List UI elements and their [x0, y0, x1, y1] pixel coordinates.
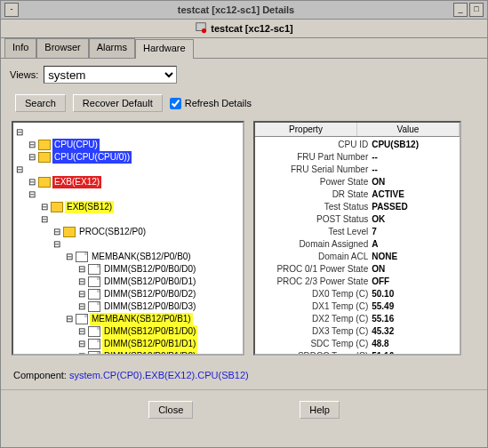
property-key: PROC 2/3 Power State — [259, 276, 372, 288]
recover-default-button[interactable]: Recover Default — [73, 94, 163, 112]
tree-label[interactable]: MEMBANK(SB12/P0/B1) — [90, 313, 193, 325]
toggle-icon[interactable]: ⊟ — [77, 288, 86, 300]
property-row: Domain AssignedA — [259, 238, 456, 251]
property-row: SDDCC Temp (C)51.16 — [259, 350, 456, 356]
tree-node[interactable]: ⊟DIMM(SB12/P0/B0/D3) — [15, 300, 241, 313]
tree-node[interactable]: ⊟MEMBANK(SB12/P0/B0) — [15, 251, 241, 263]
tree-label[interactable]: DIMM(SB12/P0/B1/D0) — [102, 325, 197, 338]
help-button[interactable]: Help — [300, 401, 340, 419]
tab-browser[interactable]: Browser — [36, 38, 88, 58]
property-row: FRU Part Number-- — [259, 151, 456, 164]
property-value: ON — [372, 263, 456, 276]
tab-alarms[interactable]: Alarms — [89, 38, 135, 58]
tree-label[interactable]: DIMM(SB12/P0/B0/D2) — [102, 288, 197, 300]
document-icon — [88, 301, 100, 312]
component-path[interactable]: system.CP(CP0).EXB(EX12).CPU(SB12) — [69, 370, 249, 380]
property-row: CPU IDCPU(SB12) — [259, 139, 456, 151]
property-key: DX2 Temp (C) — [259, 313, 372, 325]
close-button[interactable]: Close — [148, 401, 193, 419]
property-key: SDDCC Temp (C) — [259, 350, 372, 356]
folder-icon — [38, 177, 51, 188]
tree-label[interactable]: MEMBANK(SB12/P0/B0) — [90, 251, 193, 263]
property-value: 55.16 — [372, 313, 456, 325]
toggle-icon[interactable]: ⊟ — [65, 251, 74, 263]
tree-node[interactable]: ⊟PROC(SB12/P0) — [15, 226, 241, 238]
toggle-icon[interactable]: ⊟ — [40, 201, 49, 213]
property-panel[interactable]: Property Value CPU IDCPU(SB12)FRU Part N… — [253, 121, 461, 356]
component-label: Component: — [13, 370, 67, 380]
tree-node[interactable]: ⊟DIMM(SB12/P0/B0/D0) — [15, 263, 241, 276]
property-row: PROC 2/3 Power StateOFF — [259, 276, 456, 288]
search-button[interactable]: Search — [15, 94, 66, 112]
tree-label[interactable]: EXB(EX12) — [52, 176, 101, 188]
tree-node[interactable]: ⊟ — [15, 126, 241, 139]
toggle-icon[interactable]: ⊟ — [52, 226, 61, 238]
tree-label[interactable]: DIMM(SB12/P0/B1/D1) — [102, 338, 197, 350]
property-value: 48.8 — [372, 338, 456, 350]
tree-node[interactable]: ⊟DIMM(SB12/P0/B1/D1) — [15, 338, 241, 350]
property-value: ON — [372, 176, 456, 188]
tree-node[interactable]: ⊟EXB(EX12) — [15, 176, 241, 188]
tree-node[interactable]: ⊟DIMM(SB12/P0/B0/D2) — [15, 288, 241, 300]
tree-label[interactable]: DIMM(SB12/P0/B1/D2) — [102, 350, 197, 356]
tree-node[interactable]: ⊟DIMM(SB12/P0/B0/D1) — [15, 276, 241, 288]
toggle-icon[interactable]: ⊟ — [77, 276, 86, 288]
property-row: DX3 Temp (C)45.32 — [259, 325, 456, 338]
property-value: NONE — [372, 251, 456, 263]
property-row: Domain ACLNONE — [259, 251, 456, 263]
property-row: PROC 0/1 Power StateON — [259, 263, 456, 276]
toggle-icon[interactable]: ⊟ — [77, 338, 86, 350]
toggle-icon[interactable]: ⊟ — [15, 126, 24, 139]
tree-node[interactable]: ⊟ — [15, 188, 241, 201]
document-icon — [88, 339, 100, 349]
toggle-icon[interactable]: ⊟ — [28, 176, 36, 188]
views-select[interactable]: system — [44, 66, 177, 84]
tree-label[interactable]: CPU(CPU(CPU/0)) — [52, 151, 132, 164]
titlebar: - testcat [xc12-sc1] Details _ □ — [1, 1, 487, 20]
menu-icon[interactable]: - — [4, 3, 19, 17]
toggle-icon[interactable]: ⊟ — [77, 325, 86, 338]
toggle-icon[interactable]: ⊟ — [28, 151, 36, 164]
tree-label[interactable]: DIMM(SB12/P0/B0/D0) — [102, 263, 197, 276]
tree-node[interactable]: ⊟DIMM(SB12/P0/B1/D0) — [15, 325, 241, 338]
toggle-icon[interactable]: ⊟ — [28, 139, 36, 151]
col-property: Property — [255, 123, 357, 136]
tree-panel[interactable]: ⊟⊟CPU(CPU)⊟CPU(CPU(CPU/0))⊟⊟EXB(EX12)⊟⊟E… — [12, 121, 244, 356]
refresh-checkbox-input[interactable] — [170, 98, 181, 109]
toggle-icon[interactable]: ⊟ — [77, 263, 86, 276]
tree-node[interactable]: ⊟ — [15, 164, 241, 176]
tree-label[interactable]: DIMM(SB12/P0/B0/D1) — [102, 276, 197, 288]
tree-node[interactable]: ⊟EXB(SB12) — [15, 201, 241, 213]
toggle-icon[interactable]: ⊟ — [28, 188, 36, 201]
property-row: FRU Serial Number-- — [259, 164, 456, 176]
maximize-icon[interactable]: □ — [469, 3, 484, 17]
tree-label[interactable]: CPU(CPU) — [52, 139, 100, 151]
minimize-icon[interactable]: _ — [453, 3, 468, 17]
refresh-checkbox[interactable]: Refresh Details — [170, 98, 252, 109]
tree-node[interactable]: ⊟CPU(CPU) — [15, 139, 241, 151]
toggle-icon[interactable]: ⊟ — [15, 164, 24, 176]
tree-label[interactable]: PROC(SB12/P0) — [77, 226, 148, 238]
tree-label[interactable]: EXB(SB12) — [65, 201, 114, 213]
tab-info[interactable]: Info — [4, 38, 36, 58]
toggle-icon[interactable]: ⊟ — [77, 300, 86, 313]
tree-node[interactable]: ⊟ — [15, 213, 241, 226]
details-window: - testcat [xc12-sc1] Details _ □ testcat… — [0, 0, 488, 448]
tree-node[interactable]: ⊟ — [15, 238, 241, 251]
property-list: CPU IDCPU(SB12)FRU Part Number--FRU Seri… — [255, 137, 460, 356]
tab-bar: Info Browser Alarms Hardware — [1, 38, 487, 59]
property-row: Test StatusPASSED — [259, 201, 456, 213]
property-row: SDC Temp (C)48.8 — [259, 338, 456, 350]
tree-node[interactable]: ⊟CPU(CPU(CPU/0)) — [15, 151, 241, 164]
toggle-icon[interactable]: ⊟ — [77, 350, 86, 356]
document-icon — [88, 264, 100, 275]
tree-node[interactable]: ⊟MEMBANK(SB12/P0/B1) — [15, 313, 241, 325]
property-key: DX1 Temp (C) — [259, 300, 372, 313]
toggle-icon[interactable]: ⊟ — [65, 313, 74, 325]
tree-node[interactable]: ⊟DIMM(SB12/P0/B1/D2) — [15, 350, 241, 356]
tab-hardware[interactable]: Hardware — [135, 39, 194, 59]
toggle-icon[interactable]: ⊟ — [52, 238, 61, 251]
toggle-icon[interactable]: ⊟ — [40, 213, 49, 226]
tree-label[interactable]: DIMM(SB12/P0/B0/D3) — [102, 300, 197, 313]
component-row: Component: system.CP(CP0).EXB(EX12).CPU(… — [1, 361, 487, 389]
